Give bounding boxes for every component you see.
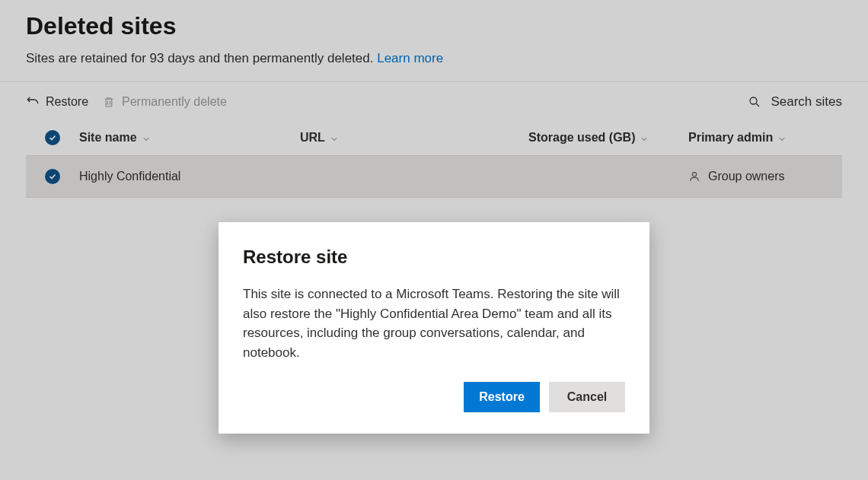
dialog-cancel-button[interactable]: Cancel <box>549 382 625 412</box>
dialog-body: This site is connected to a Microsoft Te… <box>243 285 625 362</box>
dialog-actions: Restore Cancel <box>243 382 625 412</box>
modal-overlay: Restore site This site is connected to a… <box>0 0 868 480</box>
dialog-restore-button[interactable]: Restore <box>464 382 540 412</box>
dialog-title: Restore site <box>243 246 625 268</box>
restore-dialog: Restore site This site is connected to a… <box>219 222 649 434</box>
